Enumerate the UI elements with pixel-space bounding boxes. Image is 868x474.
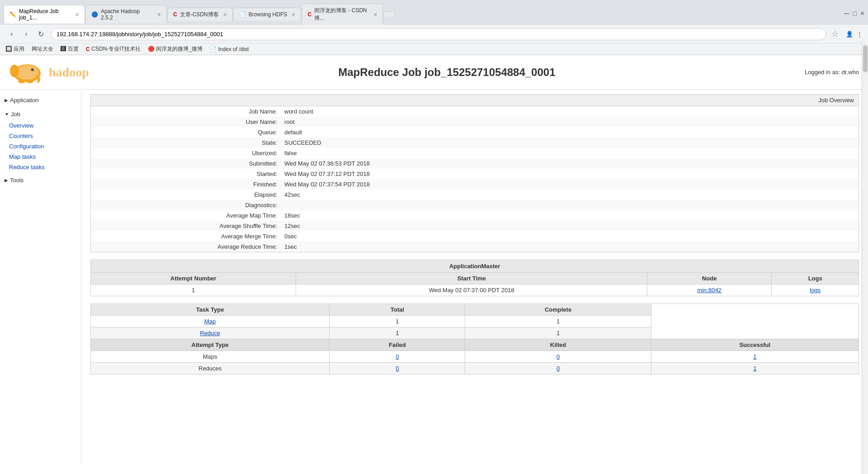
task-complete-header: Complete (465, 304, 651, 316)
sidebar-tools-label: Tools (10, 177, 24, 184)
tab-favicon: 🔵 (91, 11, 98, 18)
svg-point-2 (10, 65, 19, 77)
svg-point-3 (31, 68, 34, 71)
tab-bar: ✏️ MapReduce Job job_1... × 🔵 Apache Had… (0, 0, 868, 25)
diagnostics-value (281, 200, 288, 210)
queue-label: Queue: (91, 127, 281, 137)
submitted-value: Wed May 02 07:36:53 PDT 2018 (281, 158, 373, 169)
attempt-killed-reduces: 0 (465, 363, 651, 374)
tab-close-button[interactable]: × (157, 11, 161, 18)
attempt-successful-maps: 1 (651, 351, 859, 363)
sidebar-application-header[interactable]: ▶ Application (0, 94, 81, 106)
tab-label: 文章-CSDN博客 (180, 11, 219, 19)
tab-csdn2[interactable]: C 闵浮龙的博客 - CSDN博... × (302, 4, 383, 25)
attempt-failed-maps: 0 (330, 351, 465, 363)
maximize-button[interactable]: □ (853, 10, 856, 17)
sidebar-item-overview[interactable]: Overview (5, 120, 81, 131)
sidebar-item-counters[interactable]: Counters (5, 131, 81, 141)
job-overview-row-started: Started: Wed May 02 07:37:12 PDT 2018 (91, 169, 859, 179)
attempt-failed-reduces: 0 (330, 363, 465, 374)
state-label: State: (91, 137, 281, 148)
menu-icon[interactable]: ⋮ (857, 31, 863, 38)
task-row-map: Map 1 1 (91, 316, 859, 327)
avg-shuffle-label: Average Shuffle Time: (91, 221, 281, 231)
bookmarks-bar: 🔲 应用 网址大全 🅱 百度 C CSDN-专业IT技术社 🔴 闵浮龙的微博_微… (0, 43, 868, 55)
page-header: hadoop MapReduce Job job_1525271054884_0… (0, 55, 868, 90)
job-overview-row-submitted: Submitted: Wed May 02 07:36:53 PDT 2018 (91, 158, 859, 169)
attempt-killed-header: Killed (465, 339, 651, 351)
tab-label: Apache Hadoop 2.5.2 (101, 8, 153, 21)
close-button[interactable]: × (860, 9, 864, 18)
avg-reduce-label: Average Reduce Time: (91, 242, 281, 252)
tab-hadoop[interactable]: 🔵 Apache Hadoop 2.5.2 × (85, 5, 167, 24)
maps-failed-link[interactable]: 0 (396, 353, 399, 360)
avg-merge-value: 0sec (281, 231, 300, 242)
job-overview-row-state: State: SUCCEEDED (91, 137, 859, 148)
sidebar-job-header[interactable]: ▼ Job (0, 108, 81, 120)
job-overview-row-username: User Name: root (91, 117, 859, 127)
sidebar-item-reduce-tasks[interactable]: Reduce tasks (5, 162, 81, 172)
uberized-value: false (281, 148, 300, 158)
am-logs-link[interactable]: logs (810, 287, 821, 294)
task-total-header: Total (330, 304, 465, 316)
tab-close-button[interactable]: × (223, 11, 227, 18)
diagnostics-label: Diagnostics: (91, 200, 281, 210)
reduces-successful-link[interactable]: 1 (753, 365, 756, 372)
triangle-down-icon: ▼ (5, 112, 9, 117)
bookmark-urls[interactable]: 网址大全 (32, 45, 53, 53)
attempt-killed-maps: 0 (465, 351, 651, 363)
tab-empty[interactable] (383, 11, 395, 17)
nav-buttons: ‹ › ↻ (5, 28, 47, 40)
tab-mapreduce[interactable]: ✏️ MapReduce Job job_1... × (4, 5, 85, 24)
reduces-killed-link[interactable]: 0 (557, 365, 560, 372)
reduces-failed-link[interactable]: 0 (396, 365, 399, 372)
application-master-table: ApplicationMaster Attempt Number Start T… (90, 260, 859, 296)
state-value: SUCCEEDED (281, 137, 325, 148)
sidebar-item-configuration[interactable]: Configuration (5, 141, 81, 152)
tab-favicon: C (307, 11, 311, 18)
attempt-successful-header: Successful (651, 339, 859, 351)
tab-hdfs[interactable]: 📄 Browsing HDFS × (233, 8, 302, 21)
reload-button[interactable]: ↻ (34, 28, 47, 40)
task-total-map: 1 (330, 316, 465, 327)
bookmark-weibo[interactable]: 🔴 闵浮龙的微博_微博 (148, 45, 203, 53)
started-value: Wed May 02 07:37:12 PDT 2018 (281, 169, 373, 179)
sidebar-item-map-tasks[interactable]: Map tasks (5, 152, 81, 162)
maps-successful-link[interactable]: 1 (753, 353, 756, 360)
bookmark-baidu[interactable]: 🅱 百度 (61, 45, 78, 53)
sidebar-job-items: Overview Counters Configuration Map task… (0, 120, 81, 172)
user-name-value: root (281, 117, 298, 127)
bookmark-index[interactable]: 📄 Index of /dist (210, 46, 249, 52)
started-label: Started: (91, 169, 281, 179)
user-icon[interactable]: 👤 (846, 31, 853, 38)
forward-button[interactable]: › (20, 28, 33, 40)
bookmark-csdn[interactable]: C CSDN-专业IT技术社 (86, 45, 141, 53)
back-button[interactable]: ‹ (5, 28, 18, 40)
scrollbar-track[interactable] (862, 41, 868, 474)
bookmark-star[interactable]: ☆ (831, 29, 839, 39)
job-overview-row-avg-map: Average Map Time: 18sec (91, 210, 859, 221)
tab-close-button[interactable]: × (292, 11, 295, 18)
am-node-link[interactable]: min:8042 (697, 287, 721, 294)
page-title: MapReduce Job job_1525271054884_0001 (89, 66, 805, 79)
attempt-row-maps: Maps 0 0 1 (91, 351, 859, 363)
task-complete-map: 1 (465, 316, 651, 327)
map-link[interactable]: Map (204, 318, 216, 325)
reduce-link[interactable]: Reduce (200, 330, 220, 337)
tab-close-button[interactable]: × (75, 11, 79, 18)
scrollbar-thumb[interactable] (863, 45, 868, 72)
finished-label: Finished: (91, 179, 281, 190)
tab-label: Browsing HDFS (249, 11, 287, 18)
job-overview-row-jobname: Job Name: word count (91, 106, 859, 117)
job-overview-row-diagnostics: Diagnostics: (91, 200, 859, 210)
tab-csdn[interactable]: C 文章-CSDN博客 × (167, 8, 233, 21)
url-input[interactable] (51, 28, 826, 40)
svg-point-6 (26, 80, 33, 83)
minimize-button[interactable]: ─ (844, 9, 849, 18)
tab-close-button[interactable]: × (373, 11, 377, 18)
attempt-row-reduces: Reduces 0 0 1 (91, 363, 859, 374)
bookmark-apps[interactable]: 🔲 应用 (5, 45, 24, 53)
sidebar-tools-header[interactable]: ▶ Tools (0, 174, 81, 186)
maps-killed-link[interactable]: 0 (557, 353, 560, 360)
avg-map-value: 18sec (281, 210, 304, 221)
